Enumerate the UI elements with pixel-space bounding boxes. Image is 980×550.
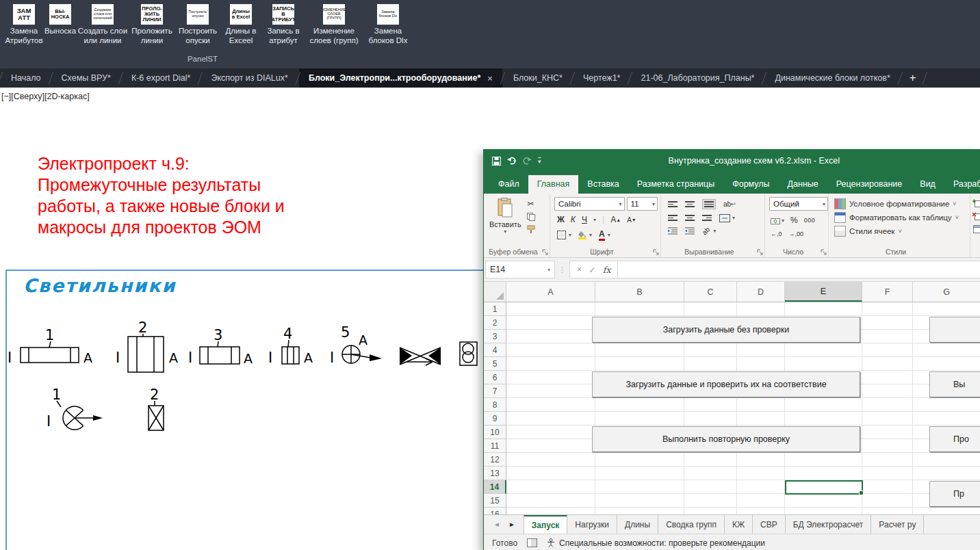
row-header-12[interactable]: 12	[484, 453, 506, 467]
grid-cell[interactable]	[913, 343, 980, 357]
grid-cell[interactable]	[506, 508, 595, 514]
row-header-15[interactable]: 15	[484, 494, 506, 508]
font-color-icon[interactable]: А	[599, 229, 605, 241]
grid-cell[interactable]	[595, 494, 684, 508]
undo-button[interactable]: ▾	[507, 157, 516, 165]
luminaire-symbol-4[interactable]: I 4 A	[268, 326, 313, 366]
accessibility-status[interactable]: Специальные возможности: проверьте реком…	[547, 538, 765, 548]
sheet-tab-Сводка групп[interactable]: Сводка групп	[658, 515, 725, 534]
row-header-5[interactable]: 5	[484, 357, 506, 371]
ribbon-tab-Данные[interactable]: Данные	[779, 175, 827, 194]
grid-cell[interactable]	[684, 494, 737, 508]
button-leader[interactable]: ВЫ-НОСКА Выноска	[45, 4, 75, 46]
grid-cell[interactable]	[506, 384, 595, 398]
fill-color-icon[interactable]	[578, 231, 586, 239]
grid-cell[interactable]	[785, 508, 862, 514]
grid-cell[interactable]	[684, 357, 737, 371]
grid-cell[interactable]	[737, 398, 785, 412]
align-middle-icon[interactable]	[685, 201, 695, 207]
column-header-F[interactable]: F	[862, 282, 913, 302]
macro-button[interactable]: Загрузить данные и проверить их на соотв…	[592, 371, 860, 397]
shrink-font-button[interactable]: А▼	[627, 216, 636, 224]
grid-cell[interactable]	[785, 467, 862, 480]
grid-cell[interactable]	[737, 453, 785, 467]
grid-cell[interactable]	[913, 357, 980, 371]
sheet-tab-Расчет ру[interactable]: Расчет ру	[871, 515, 924, 534]
grid-cell[interactable]	[862, 494, 913, 508]
grid-cell[interactable]	[862, 480, 913, 494]
grid-cell[interactable]	[684, 508, 737, 514]
font-size-combo[interactable]: 11▾	[627, 197, 658, 211]
column-header-G[interactable]: G	[913, 282, 980, 302]
luminaire-symbol-5[interactable]: I 5 A	[330, 324, 382, 366]
file-tab[interactable]: Динамические блоки лотков*	[765, 68, 899, 88]
row-header-7[interactable]: 7	[484, 384, 506, 398]
ribbon-tab-Главная[interactable]: Главная	[528, 175, 579, 194]
borders-icon[interactable]	[557, 231, 566, 239]
prev-sheet-icon[interactable]: ◄	[493, 521, 500, 528]
grid-cell[interactable]	[737, 343, 785, 357]
row-header-16[interactable]: 16	[484, 508, 506, 514]
font-dialog-launcher[interactable]	[653, 249, 659, 255]
grid-cell[interactable]	[506, 412, 595, 425]
styles-item[interactable]: Форматировать как таблицу˅	[834, 211, 970, 224]
grid-cell[interactable]	[737, 302, 785, 316]
number-dialog-launcher[interactable]	[821, 249, 827, 255]
align-right-icon[interactable]	[702, 215, 712, 221]
grid-cell[interactable]	[862, 384, 913, 398]
macro-record-icon[interactable]	[527, 538, 537, 547]
grid-cell[interactable]	[506, 343, 595, 357]
percent-style-icon[interactable]: %	[790, 215, 798, 225]
grid-cell[interactable]	[595, 412, 684, 425]
grid-cell[interactable]	[737, 412, 785, 425]
luminaire-symbol-2[interactable]: I 2 A	[116, 319, 178, 372]
cut-icon[interactable]: ✂	[527, 199, 535, 209]
crossed-box-symbol[interactable]: 2	[149, 387, 164, 430]
macro-button[interactable]: Выполнить повторную проверку	[592, 426, 860, 452]
grid-cell[interactable]	[785, 302, 862, 316]
grid-cell[interactable]	[785, 494, 862, 508]
customize-qat-button[interactable]: ▾	[538, 157, 541, 164]
row-header-10[interactable]: 10	[484, 425, 506, 439]
luminaire-symbol-1[interactable]: I 1 A	[8, 327, 92, 366]
grid-cell[interactable]	[506, 371, 595, 384]
cancel-icon[interactable]: ×	[577, 265, 582, 274]
grid-cell[interactable]	[595, 508, 684, 514]
grid-cell[interactable]	[506, 316, 595, 330]
grid-cell[interactable]	[684, 480, 737, 494]
italic-button[interactable]: К	[571, 215, 576, 224]
format-painter-icon[interactable]	[527, 225, 535, 233]
grid-cell[interactable]	[913, 508, 980, 514]
row-header-6[interactable]: 6	[484, 371, 506, 384]
clipboard-dialog-launcher[interactable]	[542, 249, 548, 255]
grid-cell[interactable]	[785, 398, 862, 412]
increase-indent-icon[interactable]	[685, 227, 695, 235]
row-header-9[interactable]: 9	[484, 412, 506, 425]
ribbon-tab-Вставка[interactable]: Вставка	[578, 175, 628, 194]
format-cells-icon[interactable]	[972, 225, 980, 233]
merge-center-icon[interactable]	[719, 214, 730, 222]
grid-cell[interactable]	[595, 453, 684, 467]
grid-cell[interactable]	[862, 398, 913, 412]
column-header-E[interactable]: E	[785, 282, 862, 302]
grid-cell[interactable]	[506, 398, 595, 412]
grow-font-button[interactable]: А▲	[610, 215, 621, 224]
grid-cell[interactable]	[595, 357, 684, 371]
grid-cell[interactable]	[862, 302, 913, 316]
grid-cell[interactable]	[913, 398, 980, 412]
grid-cell[interactable]	[862, 467, 913, 480]
styles-item[interactable]: Условное форматирование˅	[834, 197, 970, 211]
grid-cell[interactable]	[506, 439, 595, 453]
button-replace-blocks-dlx[interactable]: Замена блоков Dlx Замена блоков Dlx	[363, 4, 413, 46]
insert-function-icon[interactable]: fx	[603, 265, 611, 275]
grid-cell[interactable]	[595, 343, 684, 357]
save-icon[interactable]	[492, 157, 501, 166]
luminaire-symbol-3[interactable]: I 3 A	[188, 327, 253, 366]
grid-cell[interactable]	[737, 508, 785, 514]
grid-cell[interactable]	[785, 343, 862, 357]
ribbon-tab-Рецензирование[interactable]: Рецензирование	[827, 175, 912, 194]
paste-button[interactable]: Вставить ▾	[489, 198, 521, 235]
grid-cell[interactable]	[684, 302, 737, 316]
file-tab[interactable]: К-6 export Dial*	[122, 68, 200, 88]
formula-bar-grip[interactable]: ⋮	[555, 265, 569, 274]
